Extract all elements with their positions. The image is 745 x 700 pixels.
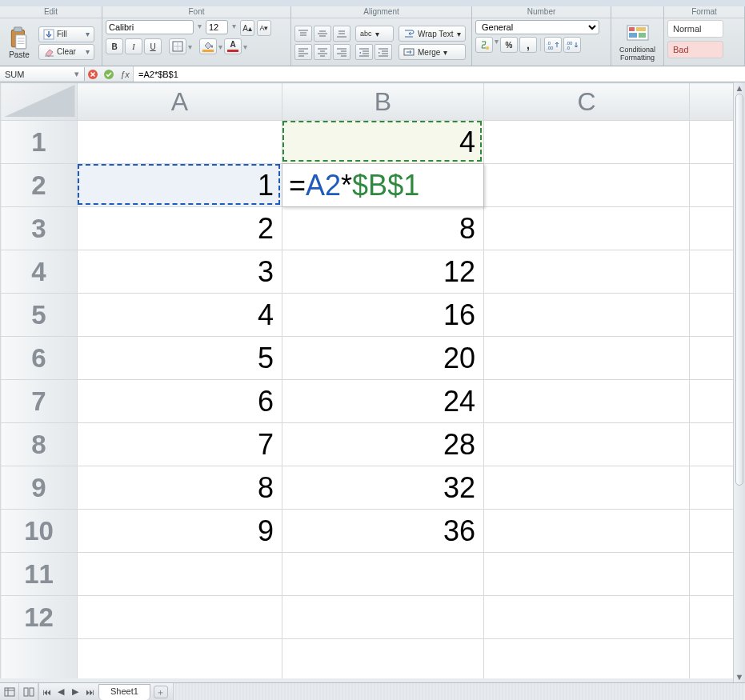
cell-A10[interactable]: 9 [78, 510, 282, 553]
align-left-button[interactable] [294, 44, 312, 60]
fill-color-button[interactable] [199, 38, 217, 54]
cell-B1[interactable]: 4 [282, 121, 484, 164]
cell-C10[interactable] [484, 510, 690, 553]
cell-B4[interactable]: 12 [282, 250, 484, 294]
cell-B12[interactable] [282, 596, 484, 639]
formula-input[interactable] [133, 66, 745, 82]
paste-button[interactable]: Paste [3, 21, 35, 66]
row-header-4[interactable]: 4 [1, 250, 78, 294]
cell-C2[interactable] [484, 164, 690, 207]
hscroll-track[interactable] [173, 683, 745, 700]
scroll-up-arrow[interactable]: ▲ [734, 82, 745, 94]
indent-increase-button[interactable] [375, 44, 392, 60]
cell-A9[interactable]: 8 [78, 466, 282, 510]
name-box[interactable]: SUM ▾ [0, 67, 85, 81]
cell-A1[interactable] [78, 121, 282, 164]
caret-icon[interactable]: ▾ [230, 20, 238, 36]
view-normal-button[interactable] [0, 683, 19, 700]
cell-C5[interactable] [484, 294, 690, 337]
enter-formula-button[interactable] [101, 66, 117, 82]
caret-icon[interactable]: ▾ [188, 42, 192, 51]
column-header-A[interactable]: A [78, 83, 282, 121]
cell-A4[interactable]: 3 [78, 250, 282, 294]
caret-icon[interactable]: ▾ [495, 37, 499, 53]
bold-button[interactable]: B [106, 38, 123, 54]
row-header-9[interactable]: 9 [1, 466, 78, 510]
borders-button[interactable] [169, 38, 186, 54]
cell-A2[interactable]: 1 [78, 164, 282, 207]
comma-button[interactable]: , [519, 37, 537, 53]
decrease-decimal-button[interactable]: .00.0 [563, 37, 581, 53]
sheet-last-button[interactable]: ⏭ [82, 687, 97, 697]
cancel-formula-button[interactable] [85, 66, 101, 82]
cell-B5[interactable]: 16 [282, 294, 484, 337]
add-sheet-button[interactable]: ＋ [154, 686, 168, 698]
column-header-B[interactable]: B [282, 83, 484, 121]
align-bottom-button[interactable] [333, 26, 350, 42]
cell-A6[interactable]: 5 [78, 337, 282, 380]
cell-B8[interactable]: 28 [282, 423, 484, 466]
cell-A12[interactable] [78, 596, 282, 639]
row-header-6[interactable]: 6 [1, 337, 78, 380]
fill-button[interactable]: Fill ▾ [38, 26, 94, 42]
vertical-scrollbar[interactable]: ▲ ▼ [733, 82, 745, 682]
caret-icon[interactable]: ▾ [243, 42, 247, 51]
cell-B7[interactable]: 24 [282, 380, 484, 423]
cell-A7[interactable]: 6 [78, 380, 282, 423]
cell-B3[interactable]: 8 [282, 207, 484, 250]
font-family-select[interactable] [106, 20, 194, 34]
row-header-8[interactable]: 8 [1, 423, 78, 466]
align-middle-button[interactable] [314, 26, 331, 42]
cell-C8[interactable] [484, 423, 690, 466]
select-all-corner[interactable] [1, 83, 78, 121]
increase-decimal-button[interactable]: .0.00 [544, 37, 562, 53]
sheet-first-button[interactable]: ⏮ [39, 687, 54, 697]
number-format-select[interactable]: General [475, 20, 599, 34]
indent-decrease-button[interactable] [355, 44, 373, 60]
merge-button[interactable]: Merge▾ [399, 44, 466, 60]
row-header-11[interactable]: 11 [1, 553, 78, 596]
cell-C1[interactable] [484, 121, 690, 164]
cell-C7[interactable] [484, 380, 690, 423]
cell-A5[interactable]: 4 [78, 294, 282, 337]
row-header-5[interactable]: 5 [1, 294, 78, 337]
row-header-7[interactable]: 7 [1, 380, 78, 423]
cell-C3[interactable] [484, 207, 690, 250]
row-header-12[interactable]: 12 [1, 596, 78, 639]
caret-icon[interactable]: ▾ [196, 20, 203, 36]
caret-icon[interactable]: ▾ [218, 42, 222, 51]
cell-C11[interactable] [484, 553, 690, 596]
view-page-layout-button[interactable] [19, 683, 38, 700]
cell-B10[interactable]: 36 [282, 510, 484, 553]
row-header-10[interactable]: 10 [1, 510, 78, 553]
row-header-extra[interactable] [1, 639, 78, 679]
row-header-2[interactable]: 2 [1, 164, 78, 207]
cell-B6[interactable]: 20 [282, 337, 484, 380]
sheet-next-button[interactable]: ▶ [68, 686, 82, 697]
cell-B2-editing[interactable]: =A2*$B$1 [282, 164, 484, 207]
font-color-button[interactable]: A [224, 38, 242, 54]
cell-B11[interactable] [282, 553, 484, 596]
cell-A8[interactable]: 7 [78, 423, 282, 466]
style-bad[interactable]: Bad [667, 41, 723, 58]
orientation-button[interactable]: abc▾ [355, 26, 394, 42]
font-size-select[interactable] [206, 20, 228, 34]
sheet-prev-button[interactable]: ◀ [54, 686, 68, 697]
wrap-text-button[interactable]: Wrap Text▾ [399, 26, 466, 42]
cell-C9[interactable] [484, 466, 690, 510]
scroll-thumb[interactable] [735, 94, 743, 486]
grow-font-button[interactable]: A▴ [240, 20, 254, 36]
scroll-down-arrow[interactable]: ▼ [734, 671, 745, 682]
shrink-font-button[interactable]: A▾ [257, 20, 271, 36]
cell-C4[interactable] [484, 250, 690, 294]
conditional-formatting-button[interactable]: Conditional Formatting [619, 25, 655, 62]
cell-C12[interactable] [484, 596, 690, 639]
sheet-tab-sheet1[interactable]: Sheet1 [98, 684, 150, 700]
align-top-button[interactable] [294, 26, 312, 42]
cell-C6[interactable] [484, 337, 690, 380]
align-center-button[interactable] [314, 44, 331, 60]
column-header-C[interactable]: C [484, 83, 690, 121]
cell-A11[interactable] [78, 553, 282, 596]
percent-button[interactable]: % [500, 37, 518, 53]
row-header-3[interactable]: 3 [1, 207, 78, 250]
